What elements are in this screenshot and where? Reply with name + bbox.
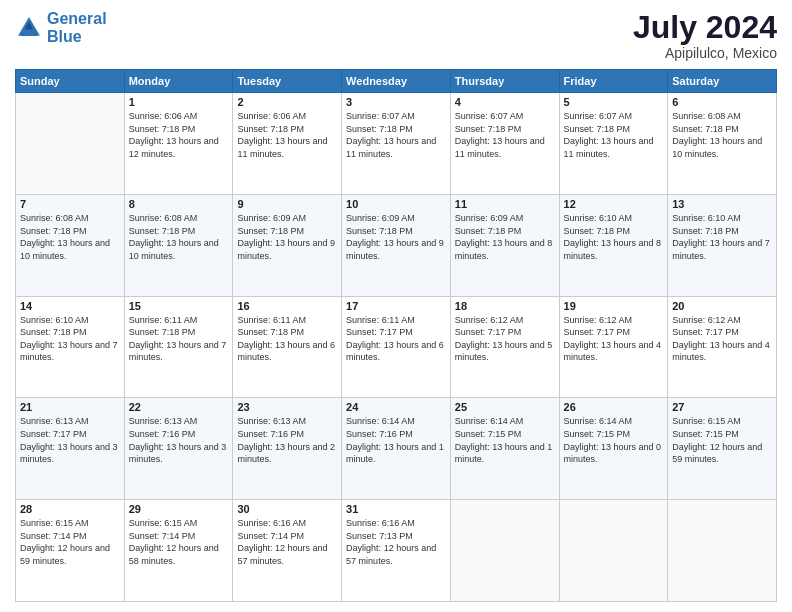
day-info: Sunrise: 6:06 AMSunset: 7:18 PMDaylight:… (129, 110, 229, 160)
day-number: 13 (672, 198, 772, 210)
day-info: Sunrise: 6:14 AMSunset: 7:16 PMDaylight:… (346, 415, 446, 465)
day-number: 6 (672, 96, 772, 108)
day-number: 7 (20, 198, 120, 210)
day-number: 24 (346, 401, 446, 413)
calendar-cell: 19Sunrise: 6:12 AMSunset: 7:17 PMDayligh… (559, 296, 668, 398)
calendar-cell: 4Sunrise: 6:07 AMSunset: 7:18 PMDaylight… (450, 93, 559, 195)
logo-line2: Blue (47, 28, 82, 45)
day-number: 5 (564, 96, 664, 108)
day-number: 25 (455, 401, 555, 413)
day-number: 21 (20, 401, 120, 413)
day-info: Sunrise: 6:13 AMSunset: 7:16 PMDaylight:… (237, 415, 337, 465)
day-number: 27 (672, 401, 772, 413)
day-number: 1 (129, 96, 229, 108)
weekday-header: Saturday (668, 70, 777, 93)
calendar-cell: 28Sunrise: 6:15 AMSunset: 7:14 PMDayligh… (16, 500, 125, 602)
logo-line1: General (47, 10, 107, 27)
weekday-header: Tuesday (233, 70, 342, 93)
day-number: 16 (237, 300, 337, 312)
day-info: Sunrise: 6:15 AMSunset: 7:14 PMDaylight:… (20, 517, 120, 567)
logo-text: General Blue (47, 10, 107, 45)
day-info: Sunrise: 6:09 AMSunset: 7:18 PMDaylight:… (455, 212, 555, 262)
day-info: Sunrise: 6:12 AMSunset: 7:17 PMDaylight:… (455, 314, 555, 364)
calendar-cell: 7Sunrise: 6:08 AMSunset: 7:18 PMDaylight… (16, 194, 125, 296)
svg-rect-2 (23, 29, 35, 35)
day-number: 10 (346, 198, 446, 210)
day-number: 17 (346, 300, 446, 312)
day-info: Sunrise: 6:09 AMSunset: 7:18 PMDaylight:… (237, 212, 337, 262)
day-info: Sunrise: 6:12 AMSunset: 7:17 PMDaylight:… (564, 314, 664, 364)
day-number: 19 (564, 300, 664, 312)
calendar-cell: 6Sunrise: 6:08 AMSunset: 7:18 PMDaylight… (668, 93, 777, 195)
day-info: Sunrise: 6:12 AMSunset: 7:17 PMDaylight:… (672, 314, 772, 364)
location: Apipilulco, Mexico (633, 45, 777, 61)
day-info: Sunrise: 6:11 AMSunset: 7:17 PMDaylight:… (346, 314, 446, 364)
logo-icon (15, 14, 43, 42)
weekday-header: Friday (559, 70, 668, 93)
day-info: Sunrise: 6:08 AMSunset: 7:18 PMDaylight:… (672, 110, 772, 160)
calendar-cell: 10Sunrise: 6:09 AMSunset: 7:18 PMDayligh… (342, 194, 451, 296)
day-number: 23 (237, 401, 337, 413)
day-number: 29 (129, 503, 229, 515)
day-info: Sunrise: 6:13 AMSunset: 7:16 PMDaylight:… (129, 415, 229, 465)
page: General Blue July 2024 Apipilulco, Mexic… (0, 0, 792, 612)
day-info: Sunrise: 6:11 AMSunset: 7:18 PMDaylight:… (129, 314, 229, 364)
day-number: 15 (129, 300, 229, 312)
calendar-cell: 20Sunrise: 6:12 AMSunset: 7:17 PMDayligh… (668, 296, 777, 398)
day-info: Sunrise: 6:13 AMSunset: 7:17 PMDaylight:… (20, 415, 120, 465)
calendar-cell: 26Sunrise: 6:14 AMSunset: 7:15 PMDayligh… (559, 398, 668, 500)
day-info: Sunrise: 6:16 AMSunset: 7:13 PMDaylight:… (346, 517, 446, 567)
calendar-cell: 29Sunrise: 6:15 AMSunset: 7:14 PMDayligh… (124, 500, 233, 602)
day-number: 18 (455, 300, 555, 312)
calendar-cell: 24Sunrise: 6:14 AMSunset: 7:16 PMDayligh… (342, 398, 451, 500)
day-number: 12 (564, 198, 664, 210)
day-info: Sunrise: 6:10 AMSunset: 7:18 PMDaylight:… (672, 212, 772, 262)
calendar-cell: 13Sunrise: 6:10 AMSunset: 7:18 PMDayligh… (668, 194, 777, 296)
weekday-header: Wednesday (342, 70, 451, 93)
calendar-cell: 17Sunrise: 6:11 AMSunset: 7:17 PMDayligh… (342, 296, 451, 398)
calendar-cell (559, 500, 668, 602)
calendar-cell: 14Sunrise: 6:10 AMSunset: 7:18 PMDayligh… (16, 296, 125, 398)
day-info: Sunrise: 6:07 AMSunset: 7:18 PMDaylight:… (455, 110, 555, 160)
weekday-header: Monday (124, 70, 233, 93)
calendar-cell: 12Sunrise: 6:10 AMSunset: 7:18 PMDayligh… (559, 194, 668, 296)
calendar-cell: 18Sunrise: 6:12 AMSunset: 7:17 PMDayligh… (450, 296, 559, 398)
calendar-cell: 21Sunrise: 6:13 AMSunset: 7:17 PMDayligh… (16, 398, 125, 500)
day-info: Sunrise: 6:07 AMSunset: 7:18 PMDaylight:… (346, 110, 446, 160)
day-number: 4 (455, 96, 555, 108)
day-info: Sunrise: 6:08 AMSunset: 7:18 PMDaylight:… (20, 212, 120, 262)
day-info: Sunrise: 6:14 AMSunset: 7:15 PMDaylight:… (564, 415, 664, 465)
calendar-cell: 5Sunrise: 6:07 AMSunset: 7:18 PMDaylight… (559, 93, 668, 195)
day-info: Sunrise: 6:08 AMSunset: 7:18 PMDaylight:… (129, 212, 229, 262)
day-number: 26 (564, 401, 664, 413)
calendar-cell: 1Sunrise: 6:06 AMSunset: 7:18 PMDaylight… (124, 93, 233, 195)
logo: General Blue (15, 10, 107, 45)
title-block: July 2024 Apipilulco, Mexico (633, 10, 777, 61)
header: General Blue July 2024 Apipilulco, Mexic… (15, 10, 777, 61)
day-number: 28 (20, 503, 120, 515)
calendar-cell: 9Sunrise: 6:09 AMSunset: 7:18 PMDaylight… (233, 194, 342, 296)
calendar-cell (450, 500, 559, 602)
calendar-cell (668, 500, 777, 602)
day-info: Sunrise: 6:09 AMSunset: 7:18 PMDaylight:… (346, 212, 446, 262)
day-number: 3 (346, 96, 446, 108)
calendar: SundayMondayTuesdayWednesdayThursdayFrid… (15, 69, 777, 602)
day-number: 20 (672, 300, 772, 312)
weekday-header: Sunday (16, 70, 125, 93)
day-number: 14 (20, 300, 120, 312)
calendar-cell: 27Sunrise: 6:15 AMSunset: 7:15 PMDayligh… (668, 398, 777, 500)
day-info: Sunrise: 6:10 AMSunset: 7:18 PMDaylight:… (20, 314, 120, 364)
day-info: Sunrise: 6:15 AMSunset: 7:14 PMDaylight:… (129, 517, 229, 567)
calendar-cell: 16Sunrise: 6:11 AMSunset: 7:18 PMDayligh… (233, 296, 342, 398)
day-info: Sunrise: 6:15 AMSunset: 7:15 PMDaylight:… (672, 415, 772, 465)
calendar-cell: 3Sunrise: 6:07 AMSunset: 7:18 PMDaylight… (342, 93, 451, 195)
day-number: 9 (237, 198, 337, 210)
calendar-cell: 2Sunrise: 6:06 AMSunset: 7:18 PMDaylight… (233, 93, 342, 195)
day-number: 31 (346, 503, 446, 515)
day-info: Sunrise: 6:10 AMSunset: 7:18 PMDaylight:… (564, 212, 664, 262)
calendar-cell: 8Sunrise: 6:08 AMSunset: 7:18 PMDaylight… (124, 194, 233, 296)
day-info: Sunrise: 6:11 AMSunset: 7:18 PMDaylight:… (237, 314, 337, 364)
day-number: 11 (455, 198, 555, 210)
day-number: 30 (237, 503, 337, 515)
month-year: July 2024 (633, 10, 777, 45)
